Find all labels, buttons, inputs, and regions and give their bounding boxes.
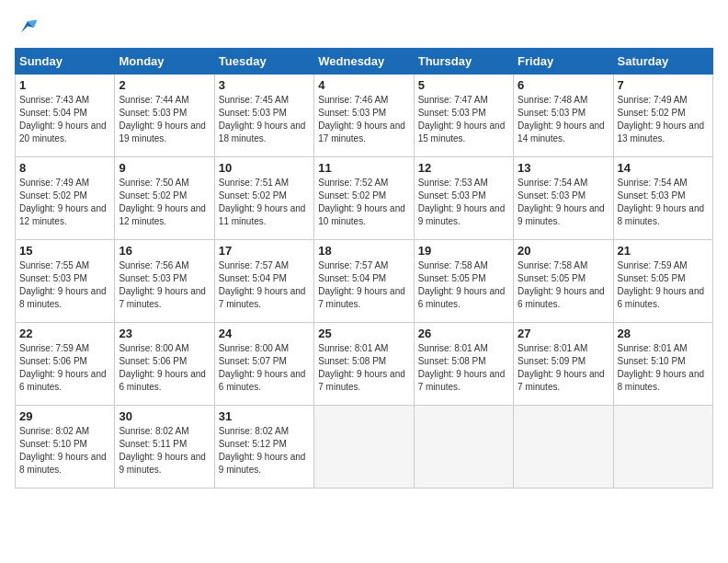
day-info: Sunrise: 7:45 AM Sunset: 5:03 PM Dayligh… <box>219 94 310 145</box>
day-number: 27 <box>518 327 609 340</box>
day-number: 1 <box>19 78 110 92</box>
day-info: Sunrise: 7:56 AM Sunset: 5:03 PM Dayligh… <box>119 259 210 311</box>
day-info: Sunrise: 7:54 AM Sunset: 5:03 PM Dayligh… <box>618 177 709 228</box>
weekday-header-monday: Monday <box>115 49 214 75</box>
calendar-week-4: 22 Sunrise: 7:59 AM Sunset: 5:06 PM Dayl… <box>16 323 713 406</box>
calendar-cell <box>414 406 513 488</box>
calendar-cell: 25 Sunrise: 8:01 AM Sunset: 5:08 PM Dayl… <box>314 323 414 406</box>
weekday-header-saturday: Saturday <box>613 49 712 75</box>
day-info: Sunrise: 7:46 AM Sunset: 5:03 PM Dayligh… <box>318 94 409 145</box>
calendar-cell <box>314 406 414 488</box>
calendar-cell: 26 Sunrise: 8:01 AM Sunset: 5:08 PM Dayl… <box>414 323 513 406</box>
day-number: 5 <box>418 78 509 92</box>
day-info: Sunrise: 7:48 AM Sunset: 5:03 PM Dayligh… <box>518 94 609 145</box>
day-number: 17 <box>219 244 310 258</box>
weekday-header-thursday: Thursday <box>414 49 513 75</box>
day-info: Sunrise: 7:57 AM Sunset: 5:04 PM Dayligh… <box>318 259 409 311</box>
calendar-cell: 22 Sunrise: 7:59 AM Sunset: 5:06 PM Dayl… <box>16 323 115 406</box>
day-info: Sunrise: 8:02 AM Sunset: 5:10 PM Dayligh… <box>19 425 110 477</box>
day-number: 22 <box>19 327 110 340</box>
day-info: Sunrise: 8:01 AM Sunset: 5:08 PM Dayligh… <box>318 342 409 394</box>
day-number: 28 <box>618 327 709 340</box>
day-number: 15 <box>19 244 110 258</box>
calendar-cell: 4 Sunrise: 7:46 AM Sunset: 5:03 PM Dayli… <box>314 75 414 157</box>
calendar-week-1: 1 Sunrise: 7:43 AM Sunset: 5:04 PM Dayli… <box>16 75 713 157</box>
weekday-header-friday: Friday <box>514 49 613 75</box>
calendar-cell: 27 Sunrise: 8:01 AM Sunset: 5:09 PM Dayl… <box>514 323 613 406</box>
day-number: 3 <box>219 78 310 92</box>
day-info: Sunrise: 7:59 AM Sunset: 5:05 PM Dayligh… <box>618 259 709 311</box>
calendar-cell: 9 Sunrise: 7:50 AM Sunset: 5:02 PM Dayli… <box>115 157 214 240</box>
day-number: 21 <box>618 244 709 258</box>
weekday-header-row: SundayMondayTuesdayWednesdayThursdayFrid… <box>16 49 713 75</box>
calendar-cell: 21 Sunrise: 7:59 AM Sunset: 5:05 PM Dayl… <box>613 240 712 323</box>
weekday-header-sunday: Sunday <box>16 49 115 75</box>
day-number: 29 <box>19 409 110 423</box>
calendar-cell: 5 Sunrise: 7:47 AM Sunset: 5:03 PM Dayli… <box>414 75 513 157</box>
calendar-cell: 10 Sunrise: 7:51 AM Sunset: 5:02 PM Dayl… <box>214 157 313 240</box>
day-number: 20 <box>518 244 609 258</box>
calendar-cell: 20 Sunrise: 7:58 AM Sunset: 5:05 PM Dayl… <box>514 240 613 323</box>
day-number: 12 <box>418 161 509 175</box>
day-info: Sunrise: 7:49 AM Sunset: 5:02 PM Dayligh… <box>19 177 110 228</box>
calendar-week-2: 8 Sunrise: 7:49 AM Sunset: 5:02 PM Dayli… <box>16 157 713 240</box>
day-info: Sunrise: 7:51 AM Sunset: 5:02 PM Dayligh… <box>219 177 310 228</box>
calendar-cell: 12 Sunrise: 7:53 AM Sunset: 5:03 PM Dayl… <box>414 157 513 240</box>
day-number: 23 <box>119 327 210 340</box>
day-number: 14 <box>618 161 709 175</box>
day-info: Sunrise: 7:58 AM Sunset: 5:05 PM Dayligh… <box>518 259 609 311</box>
day-info: Sunrise: 8:00 AM Sunset: 5:07 PM Dayligh… <box>219 342 310 394</box>
day-info: Sunrise: 7:44 AM Sunset: 5:03 PM Dayligh… <box>119 94 210 145</box>
day-info: Sunrise: 7:55 AM Sunset: 5:03 PM Dayligh… <box>19 259 110 311</box>
calendar-cell: 19 Sunrise: 7:58 AM Sunset: 5:05 PM Dayl… <box>414 240 513 323</box>
day-number: 6 <box>518 78 609 92</box>
day-info: Sunrise: 7:54 AM Sunset: 5:03 PM Dayligh… <box>518 177 609 228</box>
day-number: 13 <box>518 161 609 175</box>
day-info: Sunrise: 8:01 AM Sunset: 5:08 PM Dayligh… <box>418 342 509 394</box>
day-number: 8 <box>19 161 110 175</box>
weekday-header-wednesday: Wednesday <box>314 49 414 75</box>
day-info: Sunrise: 8:01 AM Sunset: 5:09 PM Dayligh… <box>518 342 609 394</box>
calendar-cell: 13 Sunrise: 7:54 AM Sunset: 5:03 PM Dayl… <box>514 157 613 240</box>
calendar-cell: 6 Sunrise: 7:48 AM Sunset: 5:03 PM Dayli… <box>514 75 613 157</box>
day-info: Sunrise: 7:52 AM Sunset: 5:02 PM Dayligh… <box>318 177 409 228</box>
day-info: Sunrise: 8:01 AM Sunset: 5:10 PM Dayligh… <box>618 342 709 394</box>
calendar-cell: 28 Sunrise: 8:01 AM Sunset: 5:10 PM Dayl… <box>613 323 712 406</box>
day-number: 9 <box>119 161 210 175</box>
calendar-table: SundayMondayTuesdayWednesdayThursdayFrid… <box>15 48 713 488</box>
day-info: Sunrise: 8:02 AM Sunset: 5:11 PM Dayligh… <box>119 425 210 477</box>
day-info: Sunrise: 8:00 AM Sunset: 5:06 PM Dayligh… <box>119 342 210 394</box>
page-header <box>15 15 713 40</box>
calendar-cell: 31 Sunrise: 8:02 AM Sunset: 5:12 PM Dayl… <box>214 406 313 488</box>
day-number: 19 <box>418 244 509 258</box>
day-number: 10 <box>219 161 310 175</box>
day-number: 2 <box>119 78 210 92</box>
calendar-cell: 16 Sunrise: 7:56 AM Sunset: 5:03 PM Dayl… <box>115 240 214 323</box>
calendar-cell: 3 Sunrise: 7:45 AM Sunset: 5:03 PM Dayli… <box>214 75 313 157</box>
day-info: Sunrise: 7:47 AM Sunset: 5:03 PM Dayligh… <box>418 94 509 145</box>
calendar-cell: 11 Sunrise: 7:52 AM Sunset: 5:02 PM Dayl… <box>314 157 414 240</box>
day-number: 30 <box>119 409 210 423</box>
day-number: 16 <box>119 244 210 258</box>
calendar-cell: 24 Sunrise: 8:00 AM Sunset: 5:07 PM Dayl… <box>214 323 313 406</box>
day-info: Sunrise: 7:49 AM Sunset: 5:02 PM Dayligh… <box>618 94 709 145</box>
day-info: Sunrise: 7:57 AM Sunset: 5:04 PM Dayligh… <box>219 259 310 311</box>
day-number: 4 <box>318 78 409 92</box>
calendar-cell <box>514 406 613 488</box>
calendar-cell: 15 Sunrise: 7:55 AM Sunset: 5:03 PM Dayl… <box>16 240 115 323</box>
logo <box>15 15 44 40</box>
day-number: 26 <box>418 327 509 340</box>
calendar-cell: 1 Sunrise: 7:43 AM Sunset: 5:04 PM Dayli… <box>16 75 115 157</box>
calendar-cell <box>613 406 712 488</box>
calendar-cell: 8 Sunrise: 7:49 AM Sunset: 5:02 PM Dayli… <box>16 157 115 240</box>
calendar-cell: 23 Sunrise: 8:00 AM Sunset: 5:06 PM Dayl… <box>115 323 214 406</box>
calendar-cell: 17 Sunrise: 7:57 AM Sunset: 5:04 PM Dayl… <box>214 240 313 323</box>
day-info: Sunrise: 8:02 AM Sunset: 5:12 PM Dayligh… <box>219 425 310 477</box>
day-info: Sunrise: 7:53 AM Sunset: 5:03 PM Dayligh… <box>418 177 509 228</box>
day-number: 24 <box>219 327 310 340</box>
weekday-header-tuesday: Tuesday <box>214 49 313 75</box>
day-number: 7 <box>618 78 709 92</box>
day-number: 25 <box>318 327 409 340</box>
day-number: 11 <box>318 161 409 175</box>
day-number: 31 <box>219 409 310 423</box>
